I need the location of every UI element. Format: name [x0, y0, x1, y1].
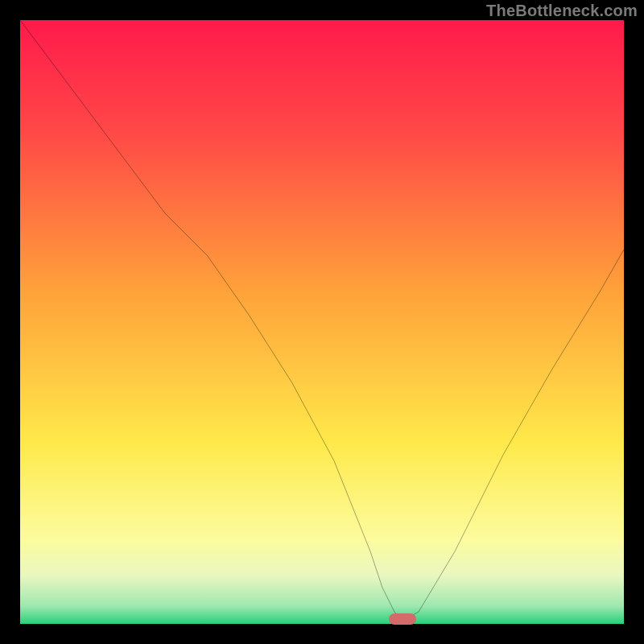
- optimal-marker: [389, 613, 416, 625]
- watermark: TheBottleneck.com: [486, 2, 638, 20]
- bottleneck-curve: [20, 20, 624, 624]
- plot-area: [20, 20, 624, 624]
- chart-frame: TheBottleneck.com: [0, 0, 644, 644]
